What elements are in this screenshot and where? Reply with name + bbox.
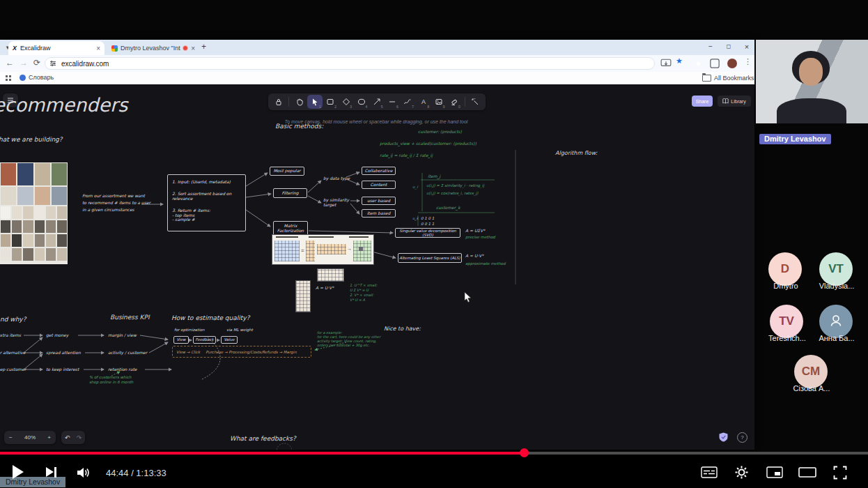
participant-avatar: CM [794,355,828,388]
tab-excalidraw[interactable]: X Excalidraw × [8,41,104,55]
box-value: Value [221,336,238,344]
next-button[interactable] [46,467,60,478]
zoom-control: − 40% + [4,431,56,444]
extensions-icon[interactable] [709,58,720,69]
video-frame[interactable]: ▾ X Excalidraw × Dmytro Levashov "Introd… [0,0,868,452]
box-view: View [173,336,189,344]
apps-grid-icon[interactable] [6,75,8,77]
box-collaborative: Collaborative [362,167,396,175]
column-matrix-image [295,280,311,312]
bookmark-star-icon[interactable]: ★ [676,56,687,68]
forward-button[interactable]: → [20,58,28,68]
encryption-shield-icon[interactable] [719,432,728,442]
progress-played [0,452,525,455]
bookmarks-bar: Словарь All Bookmarks [0,72,754,85]
theater-mode-icon[interactable] [798,467,816,478]
why-mid-item: spread attention [46,350,81,355]
math-item-j: item_j [428,174,440,178]
math-table-row: 0 1 0 1 [421,216,434,220]
math-user-label: u_i [412,185,418,189]
subtitles-icon[interactable] [701,466,718,478]
all-bookmarks-button[interactable]: All Bookmarks [702,75,754,82]
participant-name: Tereshch... [762,334,812,342]
canvas-title: ecommenders [0,94,127,116]
section-basic-methods: Basic methods: [275,123,323,130]
window-close-button[interactable]: × [738,40,755,54]
profile-avatar[interactable] [727,59,737,68]
tab-close-icon[interactable]: × [96,45,100,52]
undo-button[interactable]: ↶ [65,434,70,441]
bookmark-favicon [20,75,26,81]
section-nice-to-have: Nice to have: [384,326,421,332]
tab-close-icon[interactable]: × [191,45,195,52]
kpi-note: % of customers whichshop online in 6 mon… [89,375,133,385]
miniplayer-icon[interactable] [766,466,783,478]
participant-name: Анна Ба... [812,334,862,342]
fullscreen-icon[interactable] [833,466,847,480]
zoom-out-button[interactable]: − [9,434,13,441]
bookmark-label: Словарь [29,74,54,81]
als-math: A = U·V* [316,285,334,290]
math-formula: u(i,j) = Σ similarity_i · rating_ij [426,183,484,188]
zoom-level[interactable]: 40% [24,434,36,441]
reload-button[interactable]: ⟳ [33,58,40,68]
help-button[interactable]: ? [737,432,747,443]
bookmark-dictionary[interactable]: Словарь [20,74,54,81]
play-button[interactable] [13,465,24,479]
why-mid-item: to keep interest [46,367,79,372]
box-item-based: item based [362,209,396,218]
zoom-in-button[interactable]: + [47,434,51,441]
label-by-similarity: by similaritytarget [323,197,349,207]
box-feedback: Feedback [193,336,216,344]
kpi-item: retention rate [108,367,137,372]
new-tab-button[interactable]: + [201,42,206,52]
box-als: Alternating Least Squares (ALS) [398,253,462,263]
svd-note: precise method [465,235,495,239]
box-svd: Singular value decomposition (SVD) [395,228,460,238]
kpi-item: activity / customer [108,350,147,355]
tab-meet-video[interactable]: Dmytro Levashov "Introduc × [107,41,199,55]
box-user-based: user based [362,197,396,205]
excalidraw-app: 1 2 3 4 5 6 7 A8 9 0 To move canvas, hol… [0,84,754,450]
section-why: nd why? [0,316,26,323]
participant-avatar: TV [770,305,803,338]
math-customer-k: customer_k [436,205,460,210]
browser-tabstrip: ▾ X Excalidraw × Dmytro Levashov "Introd… [0,40,754,55]
section-feedbacks: What are feedbacks? [230,435,296,442]
matrix-factorization-image: = → [272,234,374,265]
svd-formula: A = UΣV* [465,228,485,233]
quality-note: for a example:for the cart, here could b… [317,330,380,347]
install-icon[interactable] [660,58,672,69]
back-button[interactable]: ← [6,58,14,68]
why-left-item: eep customer [0,367,26,372]
als-steps: 1. U^T × small:U Σ V* = U2. V* × small:V… [350,283,378,303]
youtube-player[interactable]: ▾ X Excalidraw × Dmytro Levashov "Introd… [0,0,868,488]
als-formula: A ≈ U·V* [465,253,483,258]
window-maximize-button[interactable]: ◻ [720,40,737,54]
green-code-line: products_view + scaled(customer: (produc… [380,141,476,146]
browser-toolbar: ← → ⟳ excalidraw.com ★ ⋮ [0,55,754,72]
section-business-kpi: Business KPI [110,314,150,321]
video-progress-bar[interactable] [0,452,868,455]
why-left-item: extra items [0,333,21,337]
volume-icon[interactable] [77,466,92,479]
mouse-cursor-icon [464,291,472,303]
participant-avatar: D [768,252,802,286]
quality-opt-label: for optimization [174,328,205,332]
why-mid-item: get money [46,333,68,337]
browser-menu-icon[interactable]: ⋮ [744,57,755,68]
window-minimize-button[interactable]: − [702,40,719,54]
speaker-name-tag: Dmitry Levashov [759,134,831,144]
redo-button[interactable]: ↷ [77,434,82,441]
meet-favicon [111,45,118,52]
ecommerce-screenshot-image [0,162,68,264]
tab-label: Dmytro Levashov "Introduc [121,45,180,52]
tab-label: Excalidraw [20,45,51,52]
als-note: approximate method [465,261,506,266]
url-bar[interactable]: excalidraw.com [45,57,655,70]
tune-icon [49,60,56,67]
why-left-item: er alternative [0,350,26,355]
progress-scrubber[interactable] [520,448,529,457]
settings-gear-icon[interactable] [734,465,749,480]
folder-icon [702,75,711,82]
